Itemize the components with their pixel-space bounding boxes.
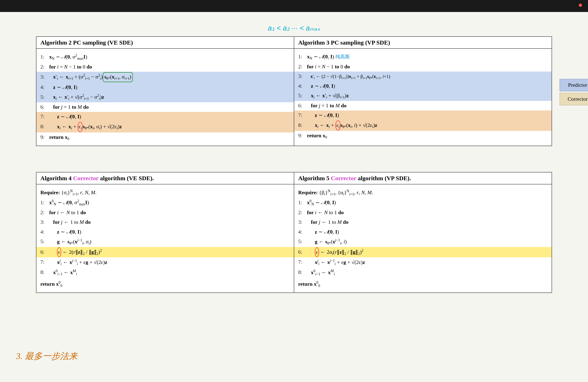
- alg4-line-1: 1: x0N ∼ 𝒩(0, σ2maxI): [41, 198, 290, 208]
- alg4-return: return x00: [41, 279, 290, 289]
- algorithm-5-box: Algorithm 5 Corrector algorithm (VP SDE)…: [294, 172, 552, 293]
- algorithms-bottom-row: Algorithm 4 Corrector algorithm (VE SDE)…: [36, 172, 552, 293]
- algorithm-4-body: Require: {σi}Ni=1, r, N, M. 1: x0N ∼ 𝒩(0…: [36, 184, 294, 292]
- alg5-require: Require: {βi}Ni=1, {αi}Ni=1, r, N, M.: [298, 188, 547, 198]
- alg5-line-2: 2: for i ← N to 1 do: [298, 208, 547, 217]
- alg4-line-2: 2: for i ← N to 1 do: [41, 208, 290, 217]
- algorithms-top-row: Algorithm 2 PC sampling (VE SDE) 1: xN ∼…: [36, 36, 552, 146]
- alg4-line-5: 5: g ← sθ*(xj−1i, σi): [41, 237, 290, 247]
- algorithm-3-box: Algorithm 3 PC sampling (VP SDE) 1: xN ∼…: [294, 36, 552, 146]
- algorithm-2-box: Algorithm 2 PC sampling (VE SDE) 1: xN ∼…: [36, 36, 294, 146]
- algorithm-5-body: Require: {βi}Ni=1, {αi}Ni=1, r, N, M. 1:…: [294, 184, 552, 292]
- predictor-label: Predictor: [560, 79, 588, 91]
- alg2-line-8: 8: xi ← xi + εisθ*(xi, σi) + √(2εi)z: [36, 121, 294, 132]
- alg3-line-8: 8: xi ← xi + εisθ*(xi, i) + √(2εi)z: [294, 120, 552, 131]
- top-annotation: a₁ < a₂ ··· < aₘₐₓ: [36, 24, 552, 32]
- alg3-line-3: 3: x′i ← (2 − √(1−βi+1))xi+1 + βi+1sθ*(x…: [294, 72, 552, 81]
- algorithm-2-body: 1: xN ∼ 𝒩(0, σ2maxI) 2: for i = N − 1 to…: [36, 49, 294, 146]
- alg3-line-4: 4: z ∼ 𝒩(0, I): [294, 81, 552, 91]
- alg3-line-6: 6: for j = 1 to M do: [298, 101, 547, 111]
- algorithm-3-body: 1: xN ∼ 𝒩(0, I) 纯高斯 2: for i = N − 1 to …: [294, 49, 552, 144]
- alg2-line-6: 6: for j = 1 to M do: [41, 102, 290, 112]
- alg5-line-1: 1: x0N ∼ 𝒩(0, I): [298, 198, 547, 208]
- pc-label-boxes: Predictor Corrector: [560, 79, 588, 105]
- alg3-line-5: 5: xi ← x′i + √(βi+1)z Predictor Correct…: [294, 91, 552, 101]
- alg5-line-4: 4: z ∼ 𝒩(0, I): [298, 227, 547, 237]
- alg3-line-2: 2: for i = N − 1 to 0 do: [298, 62, 547, 72]
- alg2-line-1: 1: xN ∼ 𝒩(0, σ2maxI): [41, 52, 290, 62]
- main-content: a₁ < a₂ ··· < aₘₐₓ 视觉先: 确性 随机步 朗之运动方式 ← …: [0, 12, 588, 382]
- alg5-line-5: 5: g ← sθ*(xj−1i, i): [298, 237, 547, 247]
- alg2-line-4: 4: z ∼ 𝒩(0, I): [36, 82, 294, 92]
- algorithm-4-box: Algorithm 4 Corrector algorithm (VE SDE)…: [36, 172, 294, 293]
- alg4-require: Require: {σi}Ni=1, r, N, M.: [41, 188, 290, 198]
- alg5-line-3: 3: for j ← 1 to M do: [298, 217, 547, 227]
- alg4-line-6: 6: ε ← 2(r‖z‖2 / ‖g‖2)2: [36, 247, 294, 257]
- alg3-line-9: 9: return x0: [298, 131, 547, 141]
- alg2-line-3: 3: x′i ← xi+1 + (σ2i+1 − σ2i)sθ*(xi+1, σ…: [36, 72, 294, 82]
- alg3-line-7: 7: z ∼ 𝒩(0, I): [294, 111, 552, 120]
- algorithm-2-header: Algorithm 2 PC sampling (VE SDE): [36, 37, 294, 49]
- alg2-line-5: 5: xi ← x′i + √(σ2i+1 − σ2i)z: [36, 92, 294, 102]
- top-bar: [0, 0, 588, 12]
- close-dot: [579, 4, 582, 7]
- alg3-line-1: 1: xN ∼ 𝒩(0, I) 纯高斯: [298, 52, 547, 62]
- alg4-line-7: 7: xji ← xj−1i + εg + √(2ε)z: [41, 257, 290, 267]
- alg5-line-6: 6: ε ← 2αi(r‖z‖2 / ‖g‖2)2: [294, 247, 552, 257]
- alg5-return: return x00: [298, 279, 547, 289]
- algorithm-5-header: Algorithm 5 Corrector algorithm (VP SDE)…: [294, 172, 552, 184]
- alg2-line-9: 9: return x0: [41, 133, 290, 142]
- corrector-label: Corrector: [560, 93, 588, 105]
- alg5-line-7: 7: xji ← xj−1i + εg + √(2ε)z: [298, 257, 547, 267]
- alg4-line-8: 8: x0i−1 ← xMi: [41, 267, 290, 278]
- alg5-line-8: 8: x0i−1 ← xMi: [298, 267, 547, 278]
- bottom-annotation: 3. 最多一步法来: [16, 350, 78, 362]
- algorithm-3-header: Algorithm 3 PC sampling (VP SDE): [294, 37, 552, 49]
- alg2-line-2: 2: for i = N − 1 to 0 do: [41, 62, 290, 72]
- alg4-line-3: 3: for j ← 1 to M do: [41, 217, 290, 227]
- alg2-line-7: 7: z ∼ 𝒩(0, I): [36, 112, 294, 121]
- algorithm-4-header: Algorithm 4 Corrector algorithm (VE SDE)…: [36, 172, 294, 184]
- alg4-line-4: 4: z ∼ 𝒩(0, I): [41, 227, 290, 237]
